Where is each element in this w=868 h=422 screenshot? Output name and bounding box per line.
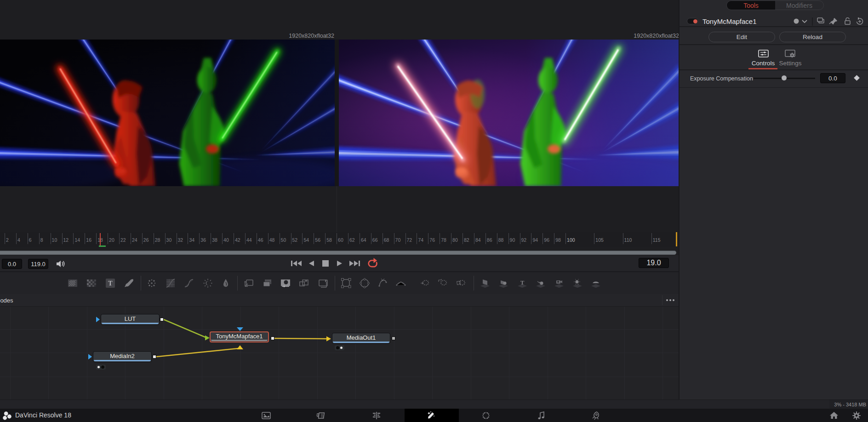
svg-text:T: T bbox=[108, 280, 113, 287]
svg-text:T: T bbox=[520, 279, 525, 286]
